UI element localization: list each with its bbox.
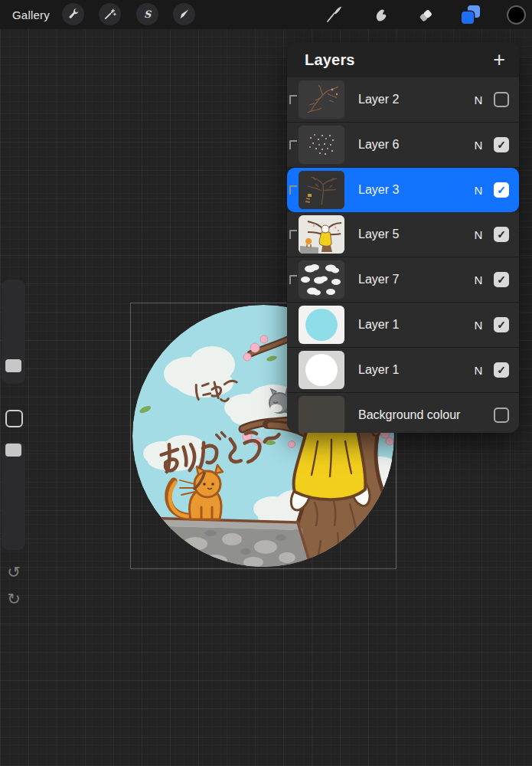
stone-wall	[139, 518, 312, 568]
selection-s-icon: S	[141, 8, 154, 21]
blend-mode-button[interactable]: N	[470, 93, 487, 106]
layers-panel-header: Layers +	[287, 42, 519, 77]
visibility-checkbox[interactable]	[494, 362, 509, 378]
svg-text:S: S	[144, 8, 152, 20]
brush-opacity-slider[interactable]	[2, 442, 25, 550]
layer-thumbnail[interactable]	[299, 351, 344, 389]
selection-button[interactable]: S	[136, 3, 158, 25]
corner-mark-icon	[289, 185, 297, 195]
layer-name: Layer 7	[358, 273, 470, 286]
color-tool-button[interactable]	[506, 5, 526, 25]
layer-thumbnail[interactable]	[299, 306, 344, 344]
layer-row-layer1-white[interactable]: Layer 1 N	[287, 348, 519, 393]
layer-list: Layer 2 N	[287, 77, 519, 433]
brush-opacity-handle[interactable]	[5, 444, 21, 457]
magic-wand-icon	[103, 8, 116, 21]
smudge-finger-icon	[371, 5, 390, 24]
redo-button[interactable]: ↻	[3, 590, 24, 608]
top-toolbar: Gallery S	[0, 0, 532, 29]
visibility-checkbox[interactable]	[494, 182, 509, 198]
layer-row-layer5[interactable]: Layer 5 N	[287, 212, 519, 257]
layer-row-layer6[interactable]: Layer 6 N	[287, 123, 519, 168]
blend-mode-button[interactable]: N	[470, 319, 487, 332]
visibility-checkbox[interactable]	[494, 137, 509, 152]
current-color-swatch	[507, 5, 526, 25]
layer-thumbnail[interactable]	[299, 171, 344, 209]
layer-row-layer7[interactable]: Layer 7 N	[287, 257, 519, 303]
layer-row-layer1-cyan[interactable]: Layer 1 N	[287, 303, 519, 348]
transform-arrow-icon	[178, 8, 191, 21]
wrench-icon	[67, 8, 80, 21]
brush-icon	[325, 5, 344, 24]
visibility-checkbox[interactable]	[494, 408, 509, 423]
smudge-tool-button[interactable]	[370, 5, 390, 25]
blend-mode-button[interactable]: N	[470, 139, 487, 152]
blend-mode-button[interactable]: N	[470, 228, 487, 241]
gallery-button[interactable]: Gallery	[12, 8, 50, 21]
undo-button[interactable]: ↺	[3, 563, 24, 581]
layer-row-background-colour[interactable]: Background colour	[287, 393, 519, 433]
blend-mode-button[interactable]: N	[470, 364, 487, 377]
blend-mode-button[interactable]: N	[470, 184, 487, 197]
add-layer-button[interactable]: +	[493, 50, 505, 70]
blend-mode-button[interactable]: N	[470, 273, 487, 286]
procreate-app: Gallery S	[0, 0, 532, 766]
layers-panel: Layers + Layer 2 N	[287, 42, 519, 433]
layer-name: Layer 3	[358, 183, 470, 197]
layer-name: Layer 2	[358, 93, 470, 106]
corner-mark-icon	[289, 95, 297, 104]
corner-mark-icon	[289, 230, 297, 239]
layer-thumbnail[interactable]	[299, 396, 344, 433]
visibility-checkbox[interactable]	[494, 272, 509, 287]
layer-thumbnail[interactable]	[299, 260, 344, 299]
visibility-checkbox[interactable]	[494, 92, 509, 107]
layer-name: Layer 1	[358, 318, 470, 332]
layer-thumbnail[interactable]	[299, 126, 344, 164]
layers-panel-title: Layers	[305, 51, 355, 69]
corner-mark-icon	[289, 275, 297, 284]
eraser-tool-button[interactable]	[416, 5, 436, 25]
corner-mark-icon	[289, 140, 297, 149]
adjustments-button[interactable]	[99, 3, 121, 25]
transform-button[interactable]	[173, 3, 195, 25]
eraser-icon	[416, 5, 435, 24]
layer-thumbnail[interactable]	[299, 80, 344, 119]
brush-tool-button[interactable]	[325, 5, 344, 25]
layer-thumbnail[interactable]	[299, 215, 344, 254]
layers-tool-button[interactable]	[461, 5, 481, 25]
brush-size-slider[interactable]	[2, 280, 25, 384]
layer-name: Layer 5	[358, 228, 470, 241]
actions-button[interactable]	[62, 3, 84, 25]
layer-name: Background colour	[358, 408, 470, 422]
layers-icon	[462, 5, 480, 24]
layer-row-layer3[interactable]: Layer 3 N	[287, 168, 519, 212]
visibility-checkbox[interactable]	[494, 317, 509, 332]
layer-row-layer2[interactable]: Layer 2 N	[287, 77, 519, 123]
modify-button[interactable]	[5, 410, 23, 427]
brush-size-handle[interactable]	[5, 359, 21, 372]
layer-name: Layer 6	[358, 138, 470, 152]
layer-name: Layer 1	[358, 363, 470, 377]
visibility-checkbox[interactable]	[494, 227, 509, 242]
